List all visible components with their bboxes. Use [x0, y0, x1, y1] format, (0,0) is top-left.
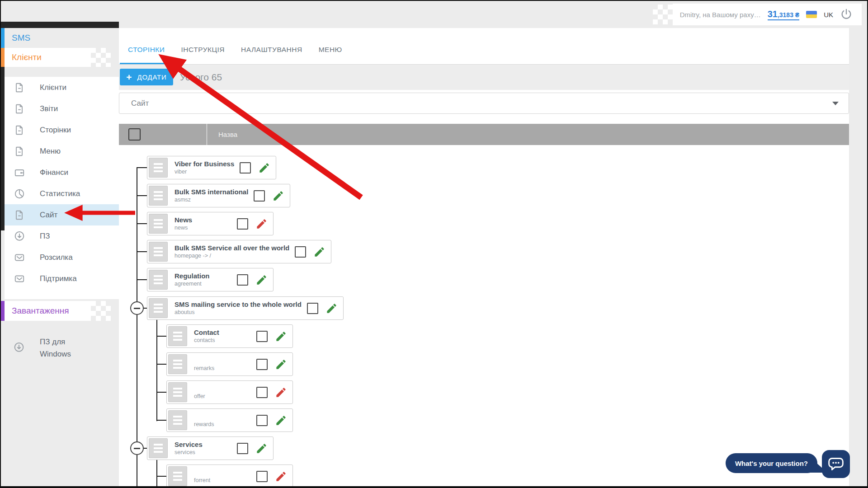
row-checkbox[interactable]	[256, 387, 268, 398]
sidebar-item-mailing[interactable]: Розсилка	[5, 247, 119, 268]
sidebar-item-clients[interactable]: Клієнти	[5, 77, 119, 98]
row-checkbox[interactable]	[256, 415, 268, 426]
tab-pages[interactable]: СТОРІНКИ	[120, 28, 173, 64]
balance-link[interactable]: 31,3183 ₴	[768, 9, 800, 20]
sidebar-item-pages[interactable]: Сторінки	[5, 119, 119, 141]
row-checkbox[interactable]	[256, 331, 268, 342]
tree-row: SMS mailing service to the whole worldab…	[147, 296, 344, 320]
edit-pencil-icon[interactable]	[255, 442, 268, 455]
page-slug: offer	[194, 393, 251, 400]
select-all-checkbox[interactable]	[128, 128, 141, 141]
edit-pencil-icon[interactable]	[255, 274, 268, 286]
tab-label: МЕНЮ	[319, 46, 342, 54]
tree-row: Servicesservices	[147, 436, 274, 460]
plus-icon: +	[126, 72, 132, 82]
total-count-label: Усього 65	[180, 69, 222, 85]
downloads-accent-bar	[0, 301, 5, 321]
edit-pencil-icon[interactable]	[275, 470, 287, 483]
site-filter-value: Сайт	[131, 99, 832, 108]
sidebar-item-software[interactable]: ПЗ	[5, 225, 119, 247]
row-checkbox[interactable]	[256, 471, 268, 482]
drag-handle-icon[interactable]	[168, 326, 187, 346]
scroll-gutter[interactable]	[849, 28, 867, 486]
edit-pencil-icon[interactable]	[275, 386, 287, 399]
sidebar-item-finance[interactable]: Фінанси	[5, 162, 119, 183]
chat-launcher-button[interactable]	[822, 450, 850, 478]
tree-row: remarks	[166, 352, 293, 376]
edit-pencil-icon[interactable]	[258, 162, 270, 174]
drag-handle-icon[interactable]	[149, 242, 168, 262]
row-checkbox[interactable]	[256, 359, 268, 370]
drag-handle-icon[interactable]	[149, 186, 168, 206]
sidebar-item-reports[interactable]: Звіти	[5, 98, 119, 119]
row-checkbox[interactable]	[237, 218, 248, 230]
sidebar-group-downloads[interactable]: Завантаження	[0, 301, 111, 321]
user-balance-text: Dmitry, на Вашому раху…	[680, 11, 761, 19]
row-checkbox[interactable]	[237, 274, 248, 286]
drag-handle-icon[interactable]	[149, 298, 168, 318]
page-title: SMS mailing service to the whole world	[175, 300, 302, 309]
row-checkbox[interactable]	[254, 190, 265, 202]
page-slug: remarks	[194, 365, 251, 372]
ukraine-flag-icon[interactable]	[806, 11, 817, 18]
tab-settings[interactable]: НАЛАШТУВАННЯ	[233, 28, 311, 64]
row-checkbox[interactable]	[237, 443, 248, 454]
tree-connector-line	[137, 279, 147, 280]
drag-handle-icon[interactable]	[168, 466, 187, 486]
edit-pencil-icon[interactable]	[313, 246, 326, 258]
sidebar-item-site[interactable]: Сайт	[5, 204, 119, 225]
sidebar-item-windows-software[interactable]: ПЗ для Windows	[5, 327, 119, 369]
drag-handle-icon[interactable]	[149, 438, 168, 458]
tree-row: Viber for Businessviber	[147, 156, 276, 179]
language-label[interactable]: UK	[824, 11, 833, 19]
tree-connector-line	[137, 195, 147, 196]
page-title: Services	[175, 441, 231, 449]
logout-power-icon[interactable]	[840, 8, 853, 21]
edit-pencil-icon[interactable]	[255, 218, 268, 230]
row-checkbox[interactable]	[240, 162, 251, 174]
collapse-minus-toggle[interactable]	[130, 301, 144, 315]
pixel-decoration	[91, 301, 111, 321]
sidebar-group-clients[interactable]: Клієнти	[0, 48, 111, 67]
document-icon	[13, 123, 26, 137]
collapse-minus-toggle[interactable]	[130, 441, 144, 455]
page-slug: rewards	[194, 421, 251, 428]
page-title	[194, 469, 251, 477]
edit-pencil-icon[interactable]	[272, 190, 284, 202]
edit-pencil-icon[interactable]	[275, 330, 287, 343]
sidebar-item-label: Сайт	[40, 211, 57, 220]
row-checkbox[interactable]	[307, 303, 318, 314]
drag-handle-icon[interactable]	[149, 270, 168, 290]
site-filter-select[interactable]: Сайт	[119, 93, 849, 114]
tree-connector-line	[156, 476, 166, 477]
drag-handle-icon[interactable]	[149, 158, 168, 178]
edit-pencil-icon[interactable]	[275, 358, 287, 371]
page-title: Contact	[194, 328, 251, 337]
chat-question-bubble[interactable]: What's your question?	[726, 453, 817, 473]
tree-connector-line	[137, 167, 147, 168]
tab-menu[interactable]: МЕНЮ	[311, 28, 350, 64]
drag-handle-icon[interactable]	[168, 354, 187, 374]
page-slug: viber	[175, 169, 234, 175]
tab-instruction[interactable]: ІНСТРУКЦІЯ	[173, 28, 233, 64]
sidebar-top-gap	[0, 22, 119, 28]
edit-pencil-icon[interactable]	[275, 414, 287, 427]
tab-label: ІНСТРУКЦІЯ	[181, 46, 225, 54]
drag-handle-icon[interactable]	[168, 382, 187, 402]
sidebar-item-statistics[interactable]: Статистика	[5, 183, 119, 204]
sidebar-group-sms[interactable]: SMS	[0, 28, 111, 48]
edit-pencil-icon[interactable]	[326, 302, 338, 314]
drag-handle-icon[interactable]	[168, 410, 187, 430]
wallet-icon	[13, 166, 26, 179]
drag-handle-icon[interactable]	[149, 214, 168, 234]
document-icon	[13, 81, 26, 94]
sidebar-item-support[interactable]: Підтримка	[5, 268, 119, 289]
sidebar-item-label: Сторінки	[40, 126, 71, 135]
add-button[interactable]: + ДОДАТИ	[120, 69, 173, 85]
sidebar-item-menu[interactable]: Меню	[5, 141, 119, 162]
chat-icon	[826, 454, 846, 474]
tree-row: Regulationagreement	[147, 268, 274, 291]
row-checkbox[interactable]	[295, 246, 306, 258]
sidebar-item-label: Фінанси	[40, 168, 68, 177]
header-divider	[207, 124, 207, 145]
